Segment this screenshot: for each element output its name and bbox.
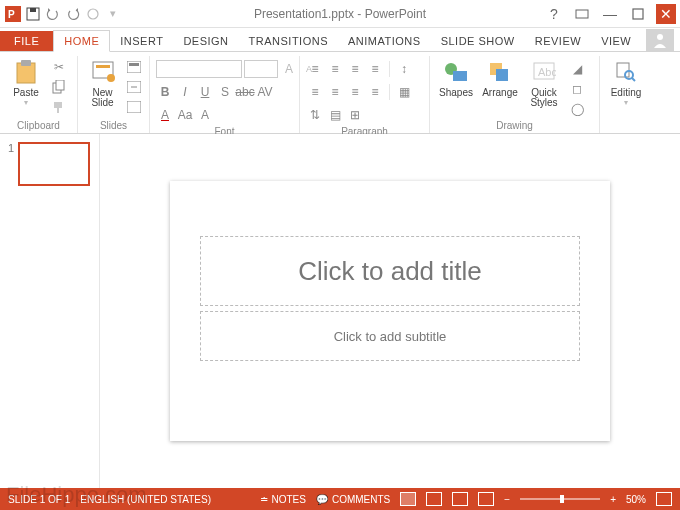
decrease-indent-icon[interactable]: ≡ <box>346 60 364 78</box>
smartart-icon[interactable]: ⊞ <box>346 106 364 124</box>
svg-text:Abc: Abc <box>538 66 556 78</box>
editing-button[interactable]: Editing ▾ <box>606 56 646 107</box>
align-right-icon[interactable]: ≡ <box>346 83 364 101</box>
tab-view[interactable]: VIEW <box>591 31 641 51</box>
save-icon[interactable] <box>24 5 42 23</box>
shadow-icon[interactable]: S <box>216 83 234 101</box>
svg-rect-12 <box>54 102 62 108</box>
increase-indent-icon[interactable]: ≡ <box>366 60 384 78</box>
shapes-button[interactable]: Shapes <box>436 56 476 98</box>
paste-button[interactable]: Paste ▾ <box>6 56 46 107</box>
chevron-down-icon: ▾ <box>24 98 28 107</box>
language-status[interactable]: ENGLISH (UNITED STATES) <box>80 494 211 505</box>
tab-design[interactable]: DESIGN <box>173 31 238 51</box>
group-label-slides: Slides <box>84 120 143 133</box>
section-icon[interactable] <box>125 98 143 116</box>
slide-thumbnail-1[interactable] <box>18 142 90 186</box>
strikethrough-icon[interactable]: abc <box>236 83 254 101</box>
powerpoint-icon: P <box>4 5 22 23</box>
align-center-icon[interactable]: ≡ <box>326 83 344 101</box>
text-direction-icon[interactable]: ↕ <box>395 60 413 78</box>
slide-sorter-view-icon[interactable] <box>426 492 442 506</box>
copy-icon[interactable] <box>50 78 68 96</box>
shape-effects-icon[interactable]: ◯ <box>568 100 586 118</box>
spacing-icon[interactable]: AV <box>256 83 274 101</box>
zoom-in-icon[interactable]: + <box>610 494 616 505</box>
line-spacing-icon[interactable]: ⇅ <box>306 106 324 124</box>
align-left-icon[interactable]: ≡ <box>306 83 324 101</box>
new-slide-button[interactable]: New Slide <box>84 56 121 108</box>
svg-rect-3 <box>30 8 36 12</box>
svg-rect-9 <box>21 60 31 66</box>
slide-canvas-area[interactable]: Click to add title Click to add subtitle <box>100 134 680 488</box>
zoom-out-icon[interactable]: − <box>504 494 510 505</box>
shape-outline-icon[interactable]: ◻ <box>568 80 586 98</box>
font-size-select[interactable] <box>244 60 278 78</box>
font-color-icon[interactable]: A <box>156 106 174 124</box>
format-painter-icon[interactable] <box>50 98 68 116</box>
redo-icon[interactable] <box>64 5 82 23</box>
align-text-icon[interactable]: ▤ <box>326 106 344 124</box>
tab-slide-show[interactable]: SLIDE SHOW <box>431 31 525 51</box>
bullets-icon[interactable]: ≡ <box>306 60 324 78</box>
undo-icon[interactable] <box>44 5 62 23</box>
window-title: Presentation1.pptx - PowerPoint <box>254 7 426 21</box>
italic-icon[interactable]: I <box>176 83 194 101</box>
new-slide-icon <box>89 58 117 86</box>
increase-font-icon[interactable]: A <box>280 60 298 78</box>
svg-rect-18 <box>129 63 139 66</box>
underline-icon[interactable]: U <box>196 83 214 101</box>
justify-icon[interactable]: ≡ <box>366 83 384 101</box>
font-family-select[interactable] <box>156 60 242 78</box>
reset-icon[interactable] <box>125 78 143 96</box>
repeat-icon[interactable] <box>84 5 102 23</box>
minimize-icon[interactable]: — <box>600 4 620 24</box>
tab-insert[interactable]: INSERT <box>110 31 173 51</box>
comments-button[interactable]: 💬 COMMENTS <box>316 494 390 505</box>
arrange-button[interactable]: Arrange <box>480 56 520 98</box>
slide-thumbnails-panel[interactable]: 1 <box>0 134 100 488</box>
layout-icon[interactable] <box>125 58 143 76</box>
slide-counter[interactable]: SLIDE 1 OF 1 <box>8 494 70 505</box>
bold-icon[interactable]: B <box>156 83 174 101</box>
numbering-icon[interactable]: ≡ <box>326 60 344 78</box>
fit-to-window-icon[interactable] <box>656 492 672 506</box>
group-label-clipboard: Clipboard <box>6 120 71 133</box>
svg-rect-11 <box>56 80 64 90</box>
svg-rect-20 <box>127 101 141 113</box>
subtitle-placeholder[interactable]: Click to add subtitle <box>200 311 580 361</box>
svg-point-16 <box>107 74 115 82</box>
shapes-icon <box>442 58 470 86</box>
svg-rect-17 <box>127 61 141 73</box>
ribbon-display-icon[interactable] <box>572 4 592 24</box>
cut-icon[interactable]: ✂ <box>50 58 68 76</box>
shape-fill-icon[interactable]: ◢ <box>568 60 586 78</box>
clear-format-icon[interactable]: A <box>196 106 214 124</box>
close-icon[interactable]: ✕ <box>656 4 676 24</box>
svg-rect-15 <box>96 65 110 68</box>
tab-home[interactable]: HOME <box>53 30 110 52</box>
qat-dropdown-icon[interactable]: ▾ <box>104 5 122 23</box>
reading-view-icon[interactable] <box>452 492 468 506</box>
svg-point-7 <box>657 34 663 40</box>
normal-view-icon[interactable] <box>400 492 416 506</box>
arrange-icon <box>486 58 514 86</box>
tab-file[interactable]: FILE <box>0 31 53 51</box>
title-placeholder[interactable]: Click to add title <box>200 236 580 306</box>
zoom-slider[interactable] <box>520 498 600 500</box>
user-account-icon[interactable] <box>646 29 674 51</box>
change-case-icon[interactable]: Aa <box>176 106 194 124</box>
slideshow-view-icon[interactable] <box>478 492 494 506</box>
maximize-icon[interactable] <box>628 4 648 24</box>
quick-styles-button[interactable]: Abc Quick Styles <box>524 56 564 108</box>
tab-animations[interactable]: ANIMATIONS <box>338 31 431 51</box>
tab-review[interactable]: REVIEW <box>525 31 591 51</box>
group-label-drawing: Drawing <box>436 120 593 133</box>
columns-icon[interactable]: ▦ <box>395 83 413 101</box>
help-icon[interactable]: ? <box>544 4 564 24</box>
svg-text:P: P <box>8 9 15 20</box>
zoom-level[interactable]: 50% <box>626 494 646 505</box>
notes-button[interactable]: ≐ NOTES <box>260 494 306 505</box>
tab-transitions[interactable]: TRANSITIONS <box>239 31 338 51</box>
chevron-down-icon: ▾ <box>624 98 628 107</box>
